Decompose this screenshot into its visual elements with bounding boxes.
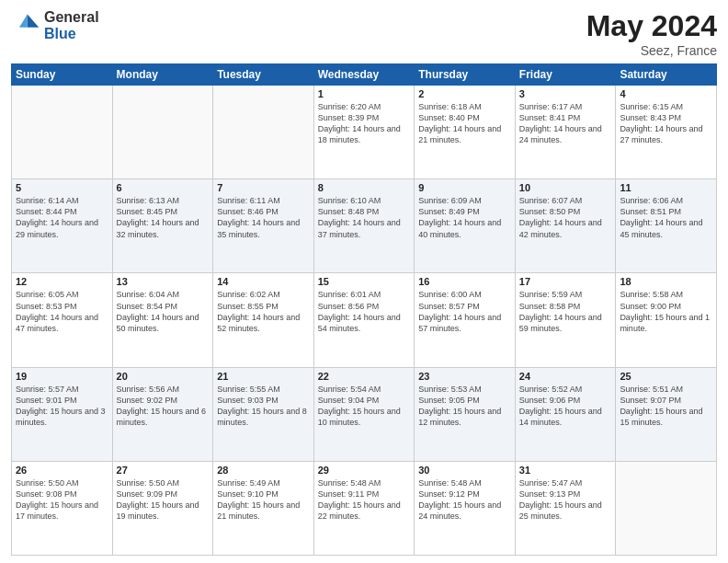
day-info: Sunrise: 6:02 AMSunset: 8:55 PMDaylight:… xyxy=(217,289,310,334)
day-info: Sunrise: 5:58 AMSunset: 9:00 PMDaylight:… xyxy=(620,289,712,334)
day-number: 2 xyxy=(418,88,511,99)
calendar-cell: 23Sunrise: 5:53 AMSunset: 9:05 PMDayligh… xyxy=(415,367,516,461)
calendar-cell: 12Sunrise: 6:05 AMSunset: 8:53 PMDayligh… xyxy=(12,273,113,367)
calendar-cell: 10Sunrise: 6:07 AMSunset: 8:50 PMDayligh… xyxy=(515,179,616,273)
day-info: Sunrise: 5:54 AMSunset: 9:04 PMDaylight:… xyxy=(318,384,411,429)
svg-marker-0 xyxy=(28,14,39,27)
day-number: 17 xyxy=(519,276,612,287)
week-row-5: 26Sunrise: 5:50 AMSunset: 9:08 PMDayligh… xyxy=(12,461,717,555)
day-info: Sunrise: 6:06 AMSunset: 8:51 PMDaylight:… xyxy=(620,195,712,240)
week-row-2: 5Sunrise: 6:14 AMSunset: 8:44 PMDaylight… xyxy=(12,179,717,273)
calendar-cell: 4Sunrise: 6:15 AMSunset: 8:43 PMDaylight… xyxy=(616,86,717,179)
month-year: May 2024 xyxy=(586,9,717,43)
day-info: Sunrise: 6:07 AMSunset: 8:50 PMDaylight:… xyxy=(519,195,612,240)
day-header-wednesday: Wednesday xyxy=(313,64,415,86)
day-number: 30 xyxy=(418,465,511,476)
day-number: 24 xyxy=(519,371,612,382)
day-number: 8 xyxy=(318,182,411,193)
day-info: Sunrise: 6:09 AMSunset: 8:49 PMDaylight:… xyxy=(418,195,511,240)
day-info: Sunrise: 5:50 AMSunset: 9:09 PMDaylight:… xyxy=(117,477,210,523)
calendar-cell: 5Sunrise: 6:14 AMSunset: 8:44 PMDaylight… xyxy=(12,179,113,273)
day-number: 6 xyxy=(117,182,210,193)
day-number: 13 xyxy=(117,276,210,287)
location: Seez, France xyxy=(586,43,717,58)
day-info: Sunrise: 5:59 AMSunset: 8:58 PMDaylight:… xyxy=(519,289,612,334)
day-info: Sunrise: 5:52 AMSunset: 9:06 PMDaylight:… xyxy=(519,384,612,429)
calendar-cell: 1Sunrise: 6:20 AMSunset: 8:39 PMDaylight… xyxy=(313,86,415,179)
day-info: Sunrise: 6:00 AMSunset: 8:57 PMDaylight:… xyxy=(418,289,511,334)
day-info: Sunrise: 6:13 AMSunset: 8:45 PMDaylight:… xyxy=(117,195,210,240)
day-number: 25 xyxy=(620,371,712,382)
day-info: Sunrise: 6:01 AMSunset: 8:56 PMDaylight:… xyxy=(318,289,411,334)
calendar-cell: 17Sunrise: 5:59 AMSunset: 8:58 PMDayligh… xyxy=(515,273,616,367)
day-number: 16 xyxy=(418,276,511,287)
calendar-cell: 18Sunrise: 5:58 AMSunset: 9:00 PMDayligh… xyxy=(616,273,717,367)
calendar-cell: 20Sunrise: 5:56 AMSunset: 9:02 PMDayligh… xyxy=(112,367,213,461)
day-info: Sunrise: 6:04 AMSunset: 8:54 PMDaylight:… xyxy=(117,289,210,334)
day-number: 1 xyxy=(318,88,411,99)
calendar-cell: 3Sunrise: 6:17 AMSunset: 8:41 PMDaylight… xyxy=(515,86,616,179)
calendar-cell: 13Sunrise: 6:04 AMSunset: 8:54 PMDayligh… xyxy=(112,273,213,367)
day-number: 10 xyxy=(519,182,612,193)
day-number: 22 xyxy=(318,371,411,382)
day-number: 4 xyxy=(620,88,712,99)
day-info: Sunrise: 5:48 AMSunset: 9:11 PMDaylight:… xyxy=(318,477,411,523)
day-info: Sunrise: 5:47 AMSunset: 9:13 PMDaylight:… xyxy=(519,477,612,523)
logo-line1: General xyxy=(44,9,99,26)
logo-line2: Blue xyxy=(44,26,99,42)
week-row-1: 1Sunrise: 6:20 AMSunset: 8:39 PMDaylight… xyxy=(12,86,717,179)
svg-marker-1 xyxy=(19,14,28,27)
week-row-4: 19Sunrise: 5:57 AMSunset: 9:01 PMDayligh… xyxy=(12,367,717,461)
day-info: Sunrise: 6:10 AMSunset: 8:48 PMDaylight:… xyxy=(318,195,411,240)
day-header-thursday: Thursday xyxy=(415,64,516,86)
day-number: 7 xyxy=(217,182,310,193)
day-header-friday: Friday xyxy=(515,64,616,86)
day-number: 20 xyxy=(117,371,210,382)
day-number: 31 xyxy=(519,465,612,476)
calendar-cell xyxy=(616,461,717,555)
day-header-monday: Monday xyxy=(112,64,213,86)
day-number: 12 xyxy=(16,276,108,287)
calendar-cell: 26Sunrise: 5:50 AMSunset: 9:08 PMDayligh… xyxy=(12,461,113,555)
day-info: Sunrise: 5:51 AMSunset: 9:07 PMDaylight:… xyxy=(620,384,712,429)
calendar-cell xyxy=(213,86,314,179)
calendar-cell: 6Sunrise: 6:13 AMSunset: 8:45 PMDaylight… xyxy=(112,179,213,273)
day-number: 23 xyxy=(418,371,511,382)
day-info: Sunrise: 5:55 AMSunset: 9:03 PMDaylight:… xyxy=(217,384,310,429)
day-number: 5 xyxy=(16,182,108,193)
calendar-cell: 16Sunrise: 6:00 AMSunset: 8:57 PMDayligh… xyxy=(415,273,516,367)
calendar-cell: 30Sunrise: 5:48 AMSunset: 9:12 PMDayligh… xyxy=(415,461,516,555)
day-info: Sunrise: 5:57 AMSunset: 9:01 PMDaylight:… xyxy=(16,384,108,429)
calendar-cell: 15Sunrise: 6:01 AMSunset: 8:56 PMDayligh… xyxy=(313,273,415,367)
day-info: Sunrise: 6:20 AMSunset: 8:39 PMDaylight:… xyxy=(318,101,411,146)
day-number: 9 xyxy=(418,182,511,193)
calendar-cell: 19Sunrise: 5:57 AMSunset: 9:01 PMDayligh… xyxy=(12,367,113,461)
day-number: 11 xyxy=(620,182,712,193)
day-number: 28 xyxy=(217,465,310,476)
day-number: 19 xyxy=(16,371,108,382)
day-header-tuesday: Tuesday xyxy=(213,64,314,86)
day-number: 29 xyxy=(318,465,411,476)
day-info: Sunrise: 6:11 AMSunset: 8:46 PMDaylight:… xyxy=(217,195,310,240)
day-info: Sunrise: 6:15 AMSunset: 8:43 PMDaylight:… xyxy=(620,101,712,146)
logo-icon xyxy=(11,11,40,40)
week-row-3: 12Sunrise: 6:05 AMSunset: 8:53 PMDayligh… xyxy=(12,273,717,367)
day-number: 15 xyxy=(318,276,411,287)
calendar-cell: 22Sunrise: 5:54 AMSunset: 9:04 PMDayligh… xyxy=(313,367,415,461)
day-number: 18 xyxy=(620,276,712,287)
header: General Blue May 2024 Seez, France xyxy=(11,9,717,58)
day-number: 27 xyxy=(117,465,210,476)
day-info: Sunrise: 6:17 AMSunset: 8:41 PMDaylight:… xyxy=(519,101,612,146)
day-info: Sunrise: 5:48 AMSunset: 9:12 PMDaylight:… xyxy=(418,477,511,523)
calendar-cell xyxy=(112,86,213,179)
day-header-saturday: Saturday xyxy=(616,64,717,86)
calendar-cell: 29Sunrise: 5:48 AMSunset: 9:11 PMDayligh… xyxy=(313,461,415,555)
logo: General Blue xyxy=(11,9,99,41)
calendar-cell: 2Sunrise: 6:18 AMSunset: 8:40 PMDaylight… xyxy=(415,86,516,179)
calendar-cell: 11Sunrise: 6:06 AMSunset: 8:51 PMDayligh… xyxy=(616,179,717,273)
title-block: May 2024 Seez, France xyxy=(586,9,717,58)
calendar: SundayMondayTuesdayWednesdayThursdayFrid… xyxy=(11,63,717,556)
calendar-cell: 28Sunrise: 5:49 AMSunset: 9:10 PMDayligh… xyxy=(213,461,314,555)
calendar-cell: 31Sunrise: 5:47 AMSunset: 9:13 PMDayligh… xyxy=(515,461,616,555)
calendar-cell: 24Sunrise: 5:52 AMSunset: 9:06 PMDayligh… xyxy=(515,367,616,461)
